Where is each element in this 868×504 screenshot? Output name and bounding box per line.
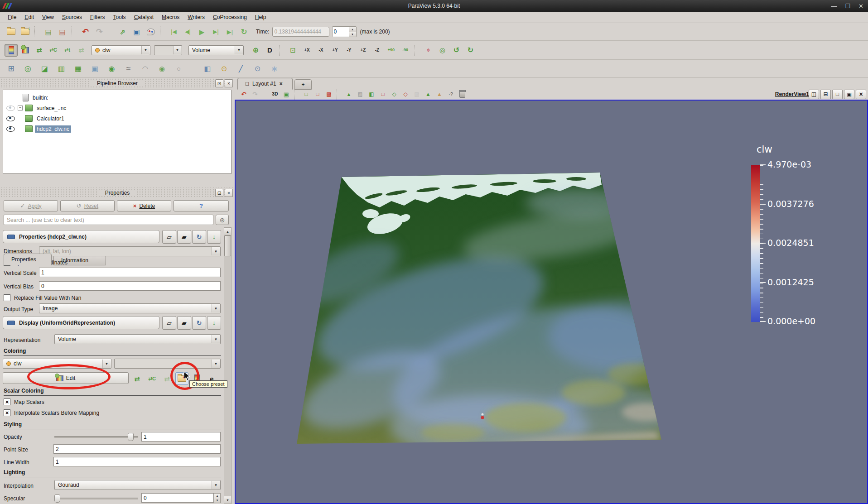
split-horizontal-button[interactable]: ◫ (809, 90, 819, 99)
zoom-to-box-icon[interactable]: ⊡ (286, 44, 299, 57)
edit-color-map-icon[interactable] (19, 44, 32, 57)
pipeline-item-label[interactable]: hdcp2_clw.nc (35, 125, 71, 133)
reload-properties-icon[interactable]: ↻ (192, 230, 206, 244)
pipeline-item[interactable]: hdcp2_clw.nc (3, 124, 231, 134)
pipeline-item-label[interactable]: Calculator1 (35, 115, 66, 122)
copy-properties-icon[interactable]: ▱ (162, 230, 176, 244)
clip-icon[interactable]: ◪ (38, 62, 51, 75)
rotate-90-ccw-icon[interactable]: -90 (399, 44, 412, 57)
vertical-scale-input[interactable]: 1 (39, 268, 221, 277)
search-options-button[interactable]: ⊛ (216, 215, 229, 225)
extract-selection-icon[interactable]: ◧ (201, 62, 214, 75)
view-plus-x-icon[interactable]: +X (300, 44, 313, 57)
pipeline-item[interactable]: builtin: (3, 92, 231, 103)
glyph-icon[interactable]: ◉ (105, 62, 118, 75)
menu-help[interactable]: Help (251, 13, 270, 21)
plot-selection-over-time-icon[interactable]: ⊙ (251, 62, 264, 75)
visibility-eye-icon[interactable] (6, 126, 15, 132)
rescale-to-custom-range-icon[interactable]: ⇄C (47, 44, 60, 57)
last-frame-button[interactable]: ▶| (223, 25, 236, 38)
expander-icon[interactable]: − (18, 106, 23, 110)
server-arrow-icon[interactable]: ⇗ (116, 25, 129, 38)
reset-button[interactable]: ↺ Reset (60, 200, 115, 211)
menu-edit[interactable]: Edit (20, 13, 38, 21)
probe-location-icon[interactable]: ∗ (268, 62, 281, 75)
help-button[interactable]: ? (174, 200, 229, 211)
server-connect-icon[interactable]: ▤ (42, 25, 55, 38)
menu-tools[interactable]: Tools (109, 13, 130, 21)
properties-scrollbar[interactable]: ▲ ▼ (224, 227, 231, 504)
loop-button[interactable]: ↻ (237, 25, 251, 38)
visibility-eye-icon[interactable] (6, 116, 15, 121)
rescale-to-visible-range-icon[interactable]: ⇄ (75, 44, 88, 57)
interactive-select-points-icon[interactable]: ◇ (400, 89, 411, 99)
close-panel-icon[interactable]: × (225, 189, 233, 197)
clear-selection-icon[interactable] (457, 89, 468, 99)
close-view-button[interactable]: × (856, 90, 866, 99)
threshold-icon[interactable]: ▦ (72, 62, 85, 75)
color-palette-icon[interactable] (144, 25, 157, 38)
paste-display-icon[interactable]: ▰ (177, 316, 191, 330)
select-points-frustum-icon[interactable]: ▲ (343, 89, 354, 99)
tab-properties[interactable]: Properties (4, 254, 52, 265)
select-cells-polygon-icon[interactable]: ▨ (355, 89, 366, 99)
show-center-axes-icon[interactable]: ⌖ (422, 44, 435, 57)
slice-icon[interactable]: ▥ (55, 62, 68, 75)
rescale-to-temporal-range-icon[interactable]: ⇄t (61, 44, 74, 57)
pipeline-item[interactable]: −surface_..nc (3, 103, 231, 113)
split-vertical-button[interactable]: ⊟ (820, 90, 831, 99)
interpolation-combo[interactable]: Gouraud▼ (54, 480, 221, 490)
apply-button[interactable]: ✓ Apply (4, 200, 58, 211)
display-properties-header[interactable]: Display (UniformGridRepresentation) (3, 316, 159, 329)
add-layout-tab[interactable]: + (294, 79, 312, 90)
hover-points-icon[interactable]: ▲ (434, 89, 445, 99)
interactive-select-cells-icon[interactable]: ◇ (389, 89, 400, 99)
hover-cells-icon[interactable]: ▲ (423, 89, 434, 99)
camera-undo-icon[interactable]: ↶ (238, 89, 249, 99)
frame-up-icon[interactable]: ▲ (349, 27, 356, 32)
opacity-slider-thumb[interactable] (128, 433, 134, 441)
select-points-polygon-icon[interactable]: ◧ (366, 89, 377, 99)
calculator-icon[interactable]: ⊞ (5, 62, 18, 75)
frame-spinbox[interactable]: ▲▼ (332, 26, 357, 37)
specular-slider-thumb[interactable] (54, 494, 60, 503)
next-frame-button[interactable]: ▶| (209, 25, 222, 38)
vertical-bias-input[interactable]: 0 (39, 281, 221, 291)
play-button[interactable]: ▶ (195, 25, 208, 38)
source-properties-header[interactable]: Properties (hdcp2_clw.nc) (3, 230, 159, 243)
visibility-eye-icon[interactable] (6, 106, 15, 111)
menu-macros[interactable]: Macros (158, 13, 183, 21)
close-button[interactable]: ✕ (858, 3, 863, 10)
menu-filters[interactable]: Filters (86, 13, 109, 21)
toggle-color-legend-icon[interactable] (5, 44, 18, 57)
detach-view-button[interactable]: ▣ (844, 90, 854, 99)
server-disconnect-icon[interactable]: ▤ (56, 25, 69, 38)
zoom-to-selection-icon[interactable]: ▨ (411, 89, 422, 99)
auto-apply-icon[interactable]: ▣ (130, 25, 143, 38)
maximize-button[interactable]: ☐ (845, 3, 850, 10)
reset-camera-icon[interactable]: ⊕ (249, 44, 262, 57)
point-size-input[interactable]: 2 (53, 444, 221, 454)
minimize-button[interactable]: — (831, 3, 837, 10)
scroll-down-icon[interactable]: ▼ (224, 496, 231, 504)
view-minus-y-icon[interactable]: -Y (342, 44, 356, 57)
frame-down-icon[interactable]: ▼ (349, 32, 356, 37)
rescale-to-data-range-icon[interactable]: ⇄ (33, 44, 46, 57)
float-panel-icon[interactable]: ⊡ (215, 79, 223, 87)
pick-center-icon[interactable]: ◎ (436, 44, 449, 57)
search-input[interactable]: Search ... (use Esc to clear text) (4, 215, 213, 225)
maximize-view-button[interactable]: □ (832, 90, 843, 99)
render-viewport[interactable]: clw 4.970e-030.00372760.00248510.0012425… (235, 100, 868, 504)
group-datasets-icon[interactable]: ◉ (155, 62, 169, 75)
line-width-input[interactable]: 1 (53, 457, 221, 466)
reload-display-icon[interactable]: ↻ (192, 316, 206, 330)
representation-property-combo[interactable]: Volume▼ (54, 334, 221, 344)
stream-tracer-icon[interactable]: ≈ (122, 62, 135, 75)
contour-icon[interactable]: ◎ (21, 62, 34, 75)
select-points-rect-icon[interactable]: □ (312, 89, 323, 99)
camera-redo-icon[interactable]: ↷ (250, 89, 260, 99)
output-type-combo[interactable]: Image▼ (39, 303, 221, 313)
zoom-closest-icon[interactable]: D (263, 44, 276, 57)
warp-by-vector-icon[interactable]: ◠ (139, 62, 152, 75)
view-minus-z-icon[interactable]: -Z (371, 44, 384, 57)
